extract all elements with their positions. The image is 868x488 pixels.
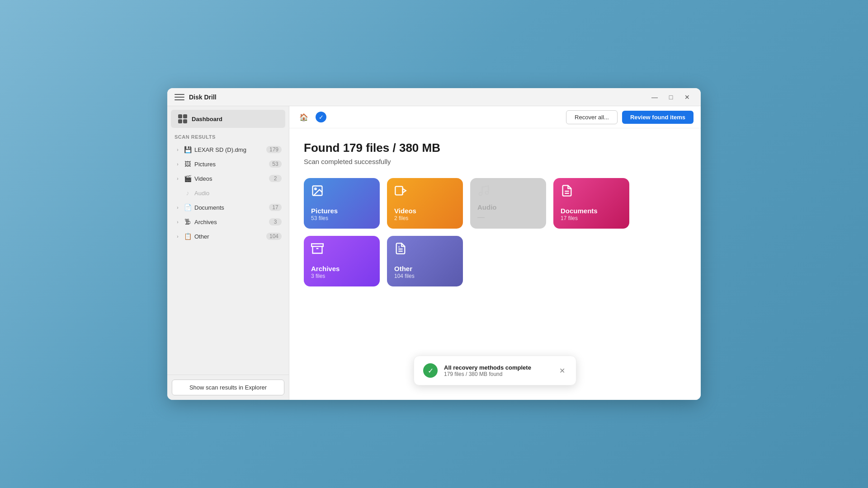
chevron-icon: › bbox=[175, 204, 181, 211]
app-title: Disk Drill bbox=[189, 94, 648, 101]
sidebar-item-other[interactable]: › 📋 Other 104 bbox=[167, 229, 289, 244]
content-area: 🏠 ✓ Recover all... Review found items Fo… bbox=[289, 106, 701, 400]
archives-card-icon bbox=[311, 242, 324, 258]
videos-card-icon bbox=[394, 184, 407, 200]
documents-card-icon bbox=[561, 184, 573, 200]
videos-card-name: Videos bbox=[394, 207, 416, 215]
pictures-card-name: Pictures bbox=[311, 207, 338, 215]
sidebar-item-documents[interactable]: › 📄 Documents 17 bbox=[167, 200, 289, 215]
toast-subtitle: 179 files / 380 MB found bbox=[444, 371, 551, 377]
chevron-icon: › bbox=[175, 146, 181, 153]
audio-icon: ♪ bbox=[184, 189, 192, 197]
dashboard-icon bbox=[178, 114, 187, 123]
documents-icon: 📄 bbox=[184, 203, 192, 211]
sidebar-nav: Dashboard Scan results › 💾 LEXAR SD (D).… bbox=[167, 106, 289, 375]
documents-card-count: 17 files bbox=[561, 215, 578, 221]
documents-count: 17 bbox=[269, 204, 282, 211]
sidebar-footer: Show scan results in Explorer bbox=[167, 375, 289, 400]
pictures-count: 53 bbox=[269, 160, 282, 168]
svg-point-4 bbox=[479, 192, 482, 196]
documents-label: Documents bbox=[194, 204, 266, 211]
pictures-card-count: 53 files bbox=[311, 215, 328, 221]
documents-card-name: Documents bbox=[561, 207, 598, 215]
svg-marker-3 bbox=[403, 188, 406, 192]
toast-check-icon: ✓ bbox=[423, 363, 438, 378]
toast-close-button[interactable]: ✕ bbox=[557, 365, 567, 377]
maximize-button[interactable]: □ bbox=[665, 91, 677, 103]
archives-label: Archives bbox=[194, 219, 266, 225]
videos-count: 2 bbox=[269, 175, 282, 182]
audio-card-icon bbox=[477, 184, 490, 200]
sidebar-item-lexar[interactable]: › 💾 LEXAR SD (D).dmg 179 bbox=[167, 142, 289, 157]
pictures-label: Pictures bbox=[194, 161, 266, 168]
toolbar: 🏠 ✓ Recover all... Review found items bbox=[289, 106, 701, 128]
window-controls: — □ ✕ bbox=[648, 91, 693, 103]
toast-text: All recovery methods complete 179 files … bbox=[444, 364, 551, 377]
scan-title: Found 179 files / 380 MB bbox=[304, 141, 686, 155]
status-check-icon: ✓ bbox=[316, 112, 326, 122]
lexar-count: 179 bbox=[266, 146, 282, 153]
sidebar-item-archives[interactable]: › 🗜 Archives 3 bbox=[167, 215, 289, 229]
other-card-icon bbox=[394, 242, 407, 258]
sidebar-item-videos[interactable]: › 🎬 Videos 2 bbox=[167, 171, 289, 186]
category-card-documents[interactable]: Documents 17 files bbox=[553, 178, 629, 229]
chevron-icon: › bbox=[175, 233, 181, 239]
sidebar-item-audio[interactable]: ♪ Audio bbox=[167, 186, 289, 200]
app-window: Disk Drill — □ ✕ Dashboard Scan results bbox=[167, 88, 701, 400]
videos-icon: 🎬 bbox=[184, 174, 192, 183]
videos-label: Videos bbox=[194, 175, 266, 182]
audio-label: Audio bbox=[194, 190, 282, 197]
svg-rect-8 bbox=[311, 244, 323, 247]
scan-area: Found 179 files / 380 MB Scan completed … bbox=[289, 128, 701, 400]
audio-card-name: Audio bbox=[477, 203, 497, 211]
review-found-button[interactable]: Review found items bbox=[622, 111, 693, 124]
scan-subtitle: Scan completed successfully bbox=[304, 158, 686, 165]
toast-title: All recovery methods complete bbox=[444, 364, 551, 371]
svg-point-5 bbox=[486, 191, 489, 194]
archives-count: 3 bbox=[269, 218, 282, 225]
toast-notification: ✓ All recovery methods complete 179 file… bbox=[414, 356, 576, 385]
other-card-name: Other bbox=[394, 265, 412, 273]
scan-results-section-label: Scan results bbox=[167, 128, 289, 142]
archives-card-count: 3 files bbox=[311, 273, 325, 279]
titlebar: Disk Drill — □ ✕ bbox=[167, 88, 701, 106]
menu-button[interactable] bbox=[175, 92, 184, 102]
show-explorer-button[interactable]: Show scan results in Explorer bbox=[172, 380, 284, 395]
svg-rect-2 bbox=[395, 187, 402, 195]
drive-icon: 💾 bbox=[184, 145, 192, 154]
other-card-count: 104 files bbox=[394, 273, 415, 279]
minimize-button[interactable]: — bbox=[648, 91, 661, 103]
category-card-pictures[interactable]: Pictures 53 files bbox=[304, 178, 380, 229]
archives-icon: 🗜 bbox=[184, 218, 192, 226]
main-layout: Dashboard Scan results › 💾 LEXAR SD (D).… bbox=[167, 106, 701, 400]
category-grid: Pictures 53 files Videos 2 files bbox=[304, 178, 686, 286]
sidebar-item-pictures[interactable]: › 🖼 Pictures 53 bbox=[167, 157, 289, 171]
category-card-videos[interactable]: Videos 2 files bbox=[387, 178, 463, 229]
lexar-label: LEXAR SD (D).dmg bbox=[194, 146, 264, 153]
home-button[interactable]: 🏠 bbox=[297, 110, 311, 124]
sidebar-item-dashboard[interactable]: Dashboard bbox=[171, 110, 285, 128]
videos-card-count: 2 files bbox=[394, 215, 408, 221]
category-card-archives[interactable]: Archives 3 files bbox=[304, 236, 380, 286]
pictures-card-icon bbox=[311, 184, 324, 200]
svg-point-1 bbox=[315, 188, 316, 190]
home-icon: 🏠 bbox=[299, 113, 308, 122]
category-card-audio: Audio — bbox=[470, 178, 546, 229]
other-label: Other bbox=[194, 233, 264, 240]
chevron-icon: › bbox=[175, 161, 181, 167]
other-count: 104 bbox=[266, 233, 282, 240]
audio-card-dash: — bbox=[477, 213, 485, 221]
chevron-icon: › bbox=[175, 175, 181, 182]
sidebar: Dashboard Scan results › 💾 LEXAR SD (D).… bbox=[167, 106, 289, 400]
close-button[interactable]: ✕ bbox=[681, 91, 693, 103]
recover-all-button[interactable]: Recover all... bbox=[566, 110, 618, 124]
chevron-icon: › bbox=[175, 219, 181, 225]
pictures-icon: 🖼 bbox=[184, 160, 192, 168]
other-icon: 📋 bbox=[184, 232, 192, 240]
category-card-other[interactable]: Other 104 files bbox=[387, 236, 463, 286]
archives-card-name: Archives bbox=[311, 265, 340, 273]
dashboard-label: Dashboard bbox=[192, 116, 222, 122]
